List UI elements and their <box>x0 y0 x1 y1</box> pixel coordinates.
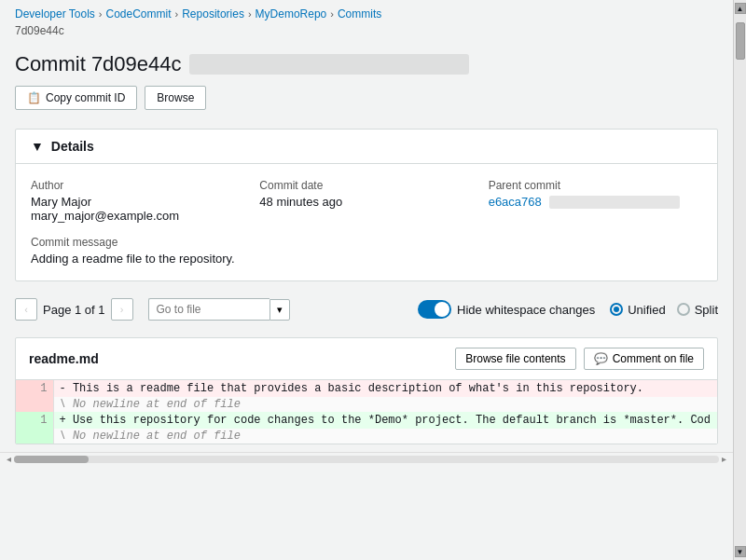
split-radio[interactable]: Split <box>677 303 718 317</box>
commit-date-value: 48 minutes ago <box>259 195 473 209</box>
browse-button[interactable]: Browse <box>145 86 206 110</box>
breadcrumb-current: 7d09e44c <box>0 24 733 45</box>
comment-on-file-button[interactable]: 💬 Comment on file <box>584 348 704 370</box>
diff-controls: ‹ Page 1 of 1 › ▾ Hide whitespace change… <box>0 289 733 330</box>
author-email: mary_major@example.com <box>31 209 244 223</box>
diff-content: 1 - This is a readme file that provides … <box>16 380 717 444</box>
h-scroll-left-arrow[interactable]: ◂ <box>4 454 14 464</box>
hide-whitespace-label: Hide whitespace changes <box>457 303 595 317</box>
line-num-note-add-1 <box>16 429 53 444</box>
page-info: Page 1 of 1 <box>43 303 105 317</box>
scroll-up-arrow[interactable]: ▲ <box>735 3 746 14</box>
diff-file-card: readme.md Browse file contents 💬 Comment… <box>15 337 718 444</box>
diff-file-header: readme.md Browse file contents 💬 Comment… <box>16 338 717 380</box>
title-redacted <box>189 54 469 75</box>
unified-radio-outer <box>610 303 623 316</box>
goto-file-container: ▾ <box>148 298 290 321</box>
page-title: Commit 7d09e44c <box>15 52 182 76</box>
goto-file-dropdown-button[interactable]: ▾ <box>269 299 290 321</box>
diff-line-del-1: 1 - This is a readme file that provides … <box>16 380 717 397</box>
comment-icon: 💬 <box>594 352 608 365</box>
details-title: Details <box>51 139 94 154</box>
diff-line-add-1: 1 + Use this repository for code changes… <box>16 412 717 429</box>
commit-message-value: Adding a readme file to the repository. <box>31 252 702 266</box>
breadcrumb-item-repositories[interactable]: Repositories <box>182 7 244 20</box>
line-num-note-del-1 <box>16 397 53 412</box>
breadcrumb-item-repo[interactable]: MyDemoRepo <box>256 7 327 20</box>
line-content-del-1: - This is a readme file that provides a … <box>53 380 717 397</box>
breadcrumb-item-codecommit[interactable]: CodeCommit <box>106 7 172 20</box>
author-name: Mary Major <box>31 195 244 209</box>
breadcrumb-sep-4: › <box>330 8 334 20</box>
next-page-button[interactable]: › <box>111 298 133 321</box>
vertical-scrollbar[interactable]: ▲ ▼ <box>733 0 746 560</box>
view-mode-radio-group: Unified Split <box>610 303 718 317</box>
scroll-down-arrow[interactable]: ▼ <box>735 546 746 557</box>
scroll-thumb[interactable] <box>736 22 745 60</box>
diff-filename: readme.md <box>29 351 99 366</box>
chevron-down-icon: ▼ <box>31 139 44 154</box>
diff-note-add-1: \ No newline at end of file <box>16 429 717 444</box>
h-scroll-right-arrow[interactable]: ▸ <box>719 454 729 464</box>
toggle-thumb <box>435 302 449 317</box>
goto-file-input[interactable] <box>148 298 269 321</box>
diff-options: Hide whitespace changes Unified Split <box>418 300 718 319</box>
diff-file-actions: Browse file contents 💬 Comment on file <box>455 348 704 370</box>
parent-commit-label: Parent commit <box>489 179 702 192</box>
breadcrumb-sep-3: › <box>248 8 252 20</box>
unified-label: Unified <box>628 303 665 317</box>
commit-date-label: Commit date <box>259 179 473 192</box>
breadcrumb-sep-1: › <box>99 8 103 20</box>
horizontal-scrollbar[interactable]: ◂ ▸ <box>0 452 733 465</box>
parent-commit-redacted <box>549 196 680 209</box>
split-label: Split <box>695 303 718 317</box>
parent-commit-link[interactable]: e6aca768 <box>489 195 702 209</box>
breadcrumb-item-developer-tools[interactable]: Developer Tools <box>15 7 95 20</box>
copy-commit-id-button[interactable]: 📋 Copy commit ID <box>15 86 137 110</box>
parent-commit-value: e6aca768 <box>489 195 542 209</box>
line-num-add-1: 1 <box>16 412 53 429</box>
unified-radio-inner <box>614 307 619 312</box>
commit-message-label: Commit message <box>31 236 702 249</box>
pagination: ‹ Page 1 of 1 › <box>15 298 133 321</box>
h-scroll-thumb[interactable] <box>14 456 89 463</box>
breadcrumb-item-commits[interactable]: Commits <box>338 7 381 20</box>
unified-radio[interactable]: Unified <box>610 303 665 317</box>
breadcrumb: Developer Tools › CodeCommit › Repositor… <box>0 0 733 24</box>
h-scroll-track[interactable] <box>14 456 719 463</box>
split-radio-outer <box>677 303 690 316</box>
diff-note-del-1: \ No newline at end of file <box>16 397 717 412</box>
details-card: ▼ Details Author Mary Major mary_major@e… <box>15 129 718 281</box>
line-content-add-1: + Use this repository for code changes t… <box>53 412 717 429</box>
line-num-del-1: 1 <box>16 380 53 397</box>
toggle-track[interactable] <box>418 300 451 319</box>
copy-icon: 📋 <box>27 91 41 104</box>
breadcrumb-sep-2: › <box>175 8 179 20</box>
line-content-note-del-1: \ No newline at end of file <box>53 397 717 412</box>
prev-page-button[interactable]: ‹ <box>15 298 37 321</box>
browse-file-contents-button[interactable]: Browse file contents <box>455 348 575 370</box>
details-header[interactable]: ▼ Details <box>16 130 717 164</box>
hide-whitespace-toggle[interactable]: Hide whitespace changes <box>418 300 595 319</box>
author-label: Author <box>31 179 244 192</box>
line-content-note-add-1: \ No newline at end of file <box>53 429 717 444</box>
